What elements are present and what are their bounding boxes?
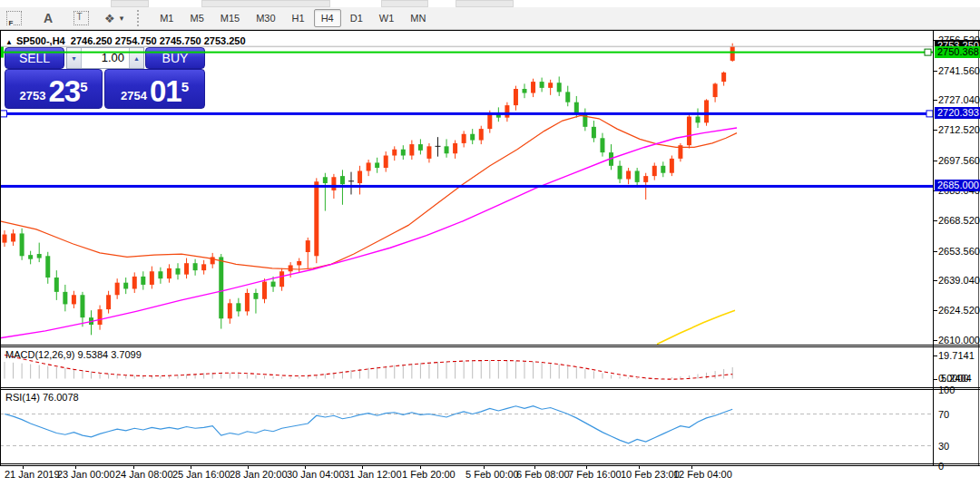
date-label: 6 Feb 08:00 [516,469,570,480]
date-label: 30 Jan 04:00 [287,469,345,480]
price-badge: 2685.000 [935,180,980,191]
ma-fast-line [0,115,737,269]
hline-2750.368[interactable] [0,52,933,54]
date-label: 12 Feb 04:00 [673,469,732,480]
candles [3,44,735,336]
mt4-window: { "toolbar": { "icons": {"grid_f": "F", … [0,0,980,487]
rsi-pane [0,406,933,446]
date-label: 31 Jan 12:00 [344,469,402,480]
rsi-axis-label: 100 [938,385,955,395]
ma-long-line [657,310,735,344]
date-label: 21 Jan 2019 [5,469,60,480]
price-tick-label: 2712.520 [938,124,980,135]
date-label: 1 Feb 20:00 [402,469,456,480]
blue-line-right-handle[interactable] [926,111,933,117]
hline-2720.393[interactable] [0,112,933,115]
hline-2753.25[interactable] [0,46,933,47]
chart-canvas [0,0,980,487]
date-label: 28 Jan 20:00 [230,469,288,480]
price-badge: 2720.393 [935,107,980,119]
date-label: 25 Jan 16:00 [172,469,230,480]
date-label: 23 Jan 00:00 [57,469,115,480]
rsi-label: RSI(14) 76.0078 [5,392,79,403]
macd-axis-overlap: 5.2404 [941,373,972,384]
rsi-axis-label: 0 [938,461,944,472]
price-badge: 2750.368 [935,46,980,58]
macd-label: MACD(12,26,9) 9.5384 3.7099 [5,349,142,360]
blue-line-left-handle[interactable] [1,111,7,117]
date-label: 24 Jan 08:00 [115,469,173,480]
price-tick-label: 2697.560 [938,155,980,166]
price-tick-label: 2624.520 [938,305,980,316]
price-tick-label: 2610.000 [938,335,980,346]
price-tick-label: 2727.040 [938,94,980,105]
date-label: 5 Feb 00:00 [466,469,519,480]
rsi-axis-label: 70 [938,409,949,420]
rsi-axis-label: 30 [938,441,949,452]
date-label: 10 Feb 23:00 [621,469,680,480]
macd-axis-top: 19.7141 [938,350,975,361]
green-line-right-handle[interactable] [925,49,931,55]
price-tick-label: 2653.560 [938,246,980,257]
date-label: 7 Feb 16:00 [568,469,622,480]
price-tick-label: 2741.560 [938,65,980,76]
price-tick-label: 2668.520 [938,215,980,226]
hline-2685[interactable] [0,185,933,188]
price-tick-label: 2639.040 [938,275,980,286]
